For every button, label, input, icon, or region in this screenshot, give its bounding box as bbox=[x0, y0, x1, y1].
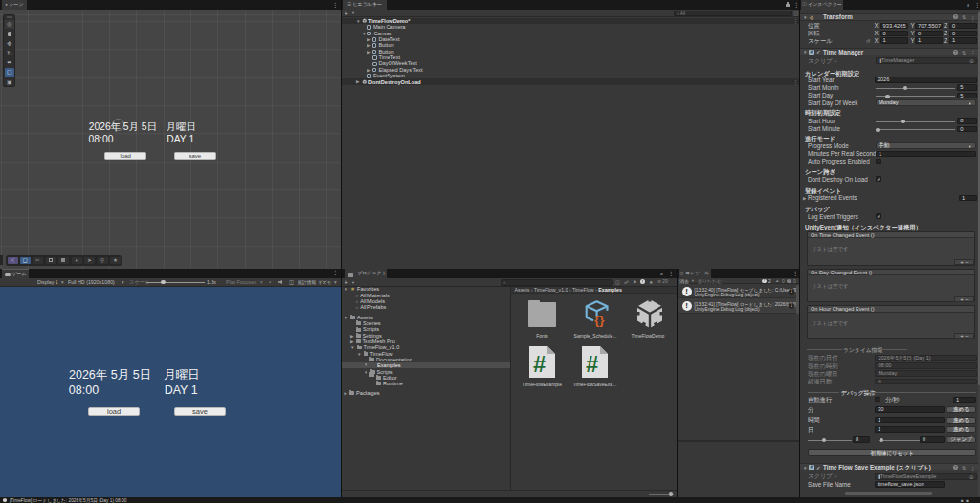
svg-text:#: # bbox=[533, 351, 546, 377]
svg-text:{}: {} bbox=[594, 313, 605, 327]
svg-text:#: # bbox=[586, 351, 598, 377]
